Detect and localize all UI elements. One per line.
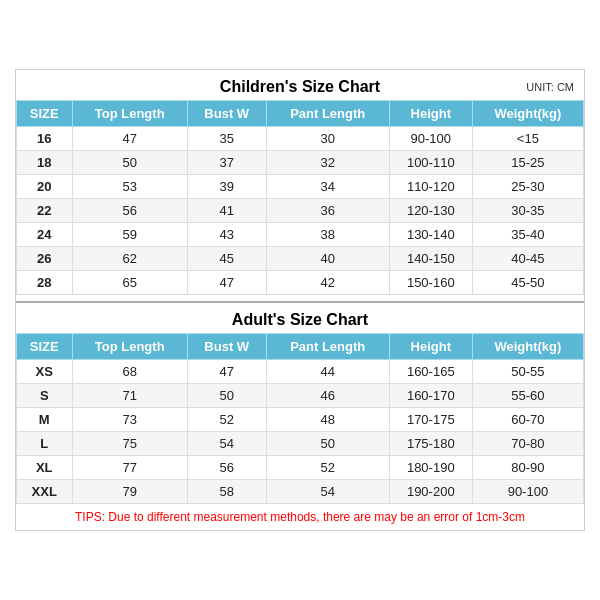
- adult-col-pant: Pant Length: [266, 334, 389, 360]
- children-header-row: SIZE Top Length Bust W Pant Length Heigh…: [17, 101, 584, 127]
- table-cell: 175-180: [389, 432, 472, 456]
- table-cell: 62: [72, 247, 187, 271]
- table-cell: 190-200: [389, 480, 472, 504]
- table-cell: XXL: [17, 480, 73, 504]
- table-cell: 71: [72, 384, 187, 408]
- table-row: S715046160-17055-60: [17, 384, 584, 408]
- table-cell: 100-110: [389, 151, 472, 175]
- table-cell: 90-100: [472, 480, 583, 504]
- table-cell: 50-55: [472, 360, 583, 384]
- children-col-height: Height: [389, 101, 472, 127]
- table-cell: 80-90: [472, 456, 583, 480]
- table-cell: L: [17, 432, 73, 456]
- table-cell: 48: [266, 408, 389, 432]
- table-cell: 54: [187, 432, 266, 456]
- table-cell: 28: [17, 271, 73, 295]
- table-row: 22564136120-13030-35: [17, 199, 584, 223]
- table-row: XXL795854190-20090-100: [17, 480, 584, 504]
- table-cell: 34: [266, 175, 389, 199]
- table-cell: 41: [187, 199, 266, 223]
- table-cell: 44: [266, 360, 389, 384]
- table-cell: 50: [72, 151, 187, 175]
- children-col-size: SIZE: [17, 101, 73, 127]
- table-cell: 40-45: [472, 247, 583, 271]
- table-cell: 58: [187, 480, 266, 504]
- table-row: 24594338130-14035-40: [17, 223, 584, 247]
- table-row: 26624540140-15040-45: [17, 247, 584, 271]
- adult-col-top-length: Top Length: [72, 334, 187, 360]
- table-cell: S: [17, 384, 73, 408]
- table-row: 28654742150-16045-50: [17, 271, 584, 295]
- table-cell: 52: [266, 456, 389, 480]
- children-col-top-length: Top Length: [72, 101, 187, 127]
- table-cell: 73: [72, 408, 187, 432]
- table-row: XS684744160-16550-55: [17, 360, 584, 384]
- table-cell: 77: [72, 456, 187, 480]
- unit-label: UNIT: CM: [526, 81, 574, 93]
- table-cell: 22: [17, 199, 73, 223]
- table-cell: 39: [187, 175, 266, 199]
- table-cell: 75: [72, 432, 187, 456]
- table-cell: 35: [187, 127, 266, 151]
- table-row: XL775652180-19080-90: [17, 456, 584, 480]
- table-cell: 130-140: [389, 223, 472, 247]
- table-cell: 110-120: [389, 175, 472, 199]
- table-cell: 47: [187, 360, 266, 384]
- table-cell: 65: [72, 271, 187, 295]
- table-cell: XL: [17, 456, 73, 480]
- children-table: SIZE Top Length Bust W Pant Length Heigh…: [16, 100, 584, 295]
- table-cell: 45: [187, 247, 266, 271]
- table-row: L755450175-18070-80: [17, 432, 584, 456]
- table-cell: 46: [266, 384, 389, 408]
- table-cell: 38: [266, 223, 389, 247]
- table-row: M735248170-17560-70: [17, 408, 584, 432]
- adult-table: SIZE Top Length Bust W Pant Length Heigh…: [16, 333, 584, 504]
- table-cell: 20: [17, 175, 73, 199]
- table-cell: 140-150: [389, 247, 472, 271]
- adult-col-weight: Weight(kg): [472, 334, 583, 360]
- table-cell: 16: [17, 127, 73, 151]
- table-cell: <15: [472, 127, 583, 151]
- table-cell: 36: [266, 199, 389, 223]
- table-cell: XS: [17, 360, 73, 384]
- table-cell: 170-175: [389, 408, 472, 432]
- adult-col-bust: Bust W: [187, 334, 266, 360]
- table-row: 20533934110-12025-30: [17, 175, 584, 199]
- table-cell: 52: [187, 408, 266, 432]
- table-cell: 160-170: [389, 384, 472, 408]
- adult-col-height: Height: [389, 334, 472, 360]
- table-cell: 50: [266, 432, 389, 456]
- table-cell: 40: [266, 247, 389, 271]
- table-row: 18503732100-11015-25: [17, 151, 584, 175]
- children-col-weight: Weight(kg): [472, 101, 583, 127]
- table-cell: 90-100: [389, 127, 472, 151]
- table-cell: 120-130: [389, 199, 472, 223]
- table-cell: 42: [266, 271, 389, 295]
- table-cell: 37: [187, 151, 266, 175]
- adult-title: Adult's Size Chart: [232, 311, 368, 329]
- adult-header-row: SIZE Top Length Bust W Pant Length Heigh…: [17, 334, 584, 360]
- table-cell: 25-30: [472, 175, 583, 199]
- table-cell: 18: [17, 151, 73, 175]
- size-chart: Children's Size Chart UNIT: CM SIZE Top …: [15, 69, 585, 531]
- table-cell: 79: [72, 480, 187, 504]
- table-cell: 180-190: [389, 456, 472, 480]
- children-col-bust: Bust W: [187, 101, 266, 127]
- table-cell: 30-35: [472, 199, 583, 223]
- table-cell: 55-60: [472, 384, 583, 408]
- children-title-row: Children's Size Chart UNIT: CM: [16, 70, 584, 100]
- table-cell: 26: [17, 247, 73, 271]
- adult-col-size: SIZE: [17, 334, 73, 360]
- table-cell: 70-80: [472, 432, 583, 456]
- table-cell: 47: [187, 271, 266, 295]
- table-cell: 30: [266, 127, 389, 151]
- table-cell: 45-50: [472, 271, 583, 295]
- table-cell: 150-160: [389, 271, 472, 295]
- table-cell: 56: [187, 456, 266, 480]
- table-cell: 50: [187, 384, 266, 408]
- table-cell: 35-40: [472, 223, 583, 247]
- table-cell: 160-165: [389, 360, 472, 384]
- table-cell: 47: [72, 127, 187, 151]
- table-cell: 53: [72, 175, 187, 199]
- table-cell: 60-70: [472, 408, 583, 432]
